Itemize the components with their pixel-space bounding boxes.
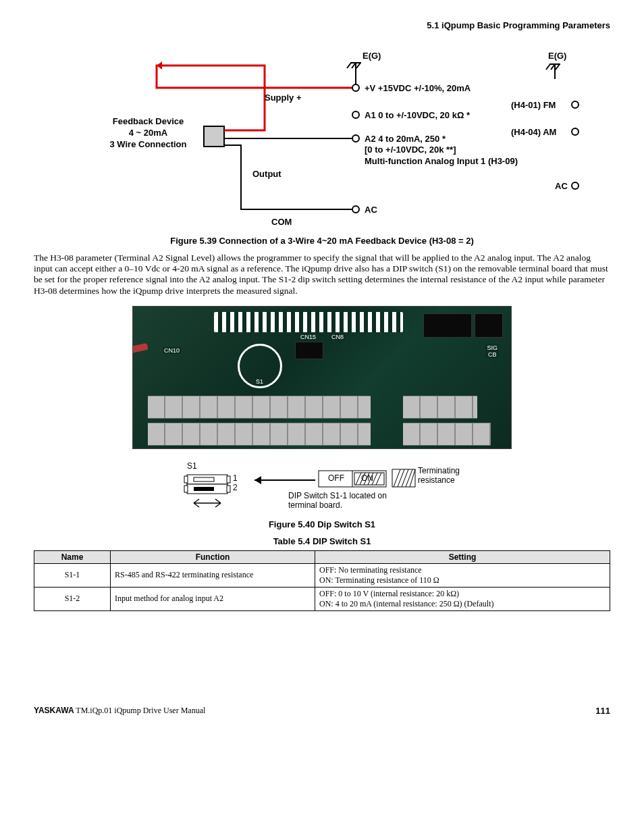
ac-right-label: AC	[555, 181, 568, 191]
cell-s12-setting: OFF: 0 to 10 V (internal resistance: 20 …	[315, 587, 610, 610]
com-label: COM	[271, 217, 292, 227]
svg-point-4	[352, 135, 359, 142]
s1-label: S1	[187, 461, 197, 471]
page-number: 111	[595, 706, 610, 716]
fm-label: (H4-01) FM	[511, 100, 556, 110]
cell-s12-name: S1-2	[34, 587, 111, 610]
svg-rect-22	[184, 486, 188, 492]
cell-s12-func: Input method for analog input A2	[111, 587, 315, 610]
vplus-label: +V +15VDC +/-10%, 20mA	[365, 83, 471, 93]
a2-line1: A2 4 to 20mA, 250 *	[365, 134, 446, 144]
ac-left-label: AC	[365, 205, 377, 215]
svg-point-10	[572, 101, 579, 108]
s12-setting-off: OFF: 0 to 10 V (internal resistance: 20 …	[319, 589, 459, 598]
figure-5-39-caption: Figure 5.39 Connection of a 3-Wire 4~20 …	[34, 236, 610, 246]
feedback-device-line2: 4 ~ 20mA	[129, 128, 167, 138]
svg-point-11	[572, 128, 579, 135]
svg-rect-21	[184, 476, 188, 483]
th-setting: Setting	[315, 550, 610, 563]
cell-s11-setting: OFF: No terminating resistance ON: Termi…	[315, 563, 610, 587]
s1-row2: 2	[233, 483, 238, 492]
off-label: OFF	[328, 473, 344, 483]
section-header: 5.1 iQpump Basic Programming Parameters	[34, 20, 610, 30]
svg-marker-25	[254, 476, 261, 484]
feedback-device-line1: Feedback Device	[113, 116, 184, 126]
table-header-row: Name Function Setting	[34, 550, 610, 563]
svg-rect-23	[227, 476, 230, 483]
on-label: ON	[361, 473, 373, 483]
s12-setting-on: ON: 4 to 20 mA (internal resistance: 250…	[319, 599, 494, 608]
svg-line-7	[347, 63, 351, 68]
svg-point-3	[352, 111, 359, 118]
a2-line3: Multi-function Analog Input 1 (H3-09)	[365, 156, 518, 166]
footer-doc: TM.iQp.01 iQpump Drive User Manual	[74, 706, 206, 715]
s11-setting-off: OFF: No terminating resistance	[319, 565, 422, 575]
page-footer: YASKAWA TM.iQp.01 iQpump Drive User Manu…	[34, 706, 610, 716]
s11-setting-on: ON: Terminating resistance of 110 Ω	[319, 575, 439, 585]
a2-line2: [0 to +/-10VDC, 20k **]	[365, 145, 456, 155]
dip-note-line1: DIP Switch S1-1 located on	[288, 491, 387, 500]
s1-row1: 1	[233, 473, 238, 483]
pcb-photo: CN15 CN8 S1 CN10 SIGCB	[132, 306, 512, 449]
table-row: S1-2 Input method for analog input A2 OF…	[34, 587, 610, 610]
eg-right-label: E(G)	[548, 51, 566, 61]
svg-rect-20	[194, 487, 214, 491]
figure-5-39-schematic: Feedback Device 4 ~ 20mA 3 Wire Connecti…	[62, 51, 582, 233]
eg-left-label: E(G)	[363, 51, 381, 61]
dip-switch-diagram: S1 1 2 OFF ON Terminating resistance DIP…	[180, 461, 464, 515]
cell-s11-func: RS-485 and RS-422 terminating resistance	[111, 563, 315, 587]
svg-point-2	[352, 84, 359, 91]
th-function: Function	[111, 550, 315, 563]
output-label: Output	[252, 169, 281, 179]
table-5-4-caption: Table 5.4 DIP Switch S1	[34, 536, 610, 546]
a1-label: A1 0 to +/-10VDC, 20 kΩ *	[365, 110, 470, 120]
terminating-label: Terminating resistance	[418, 467, 472, 486]
svg-line-14	[546, 64, 550, 70]
svg-line-16	[556, 64, 560, 70]
figure-5-40-caption: Figure 5.40 Dip Switch S1	[34, 519, 610, 529]
table-row: S1-1 RS-485 and RS-422 terminating resis…	[34, 563, 610, 587]
svg-rect-17	[187, 475, 227, 484]
dip-note-line2: terminal board.	[288, 500, 342, 510]
th-name: Name	[34, 550, 111, 563]
table-5-4: Name Function Setting S1-1 RS-485 and RS…	[34, 550, 610, 611]
svg-point-12	[572, 182, 579, 189]
cell-s11-name: S1-1	[34, 563, 111, 587]
svg-rect-24	[227, 486, 230, 492]
svg-line-9	[356, 63, 360, 68]
body-paragraph: The H3-08 parameter (Terminal A2 Signal …	[34, 253, 610, 296]
supply-plus-label: Supply +	[265, 93, 302, 103]
svg-point-5	[352, 206, 359, 213]
feedback-device-line3: 3 Wire Connection	[109, 139, 186, 149]
footer-brand: YASKAWA	[34, 706, 74, 715]
am-label: (H4-04) AM	[511, 127, 556, 137]
